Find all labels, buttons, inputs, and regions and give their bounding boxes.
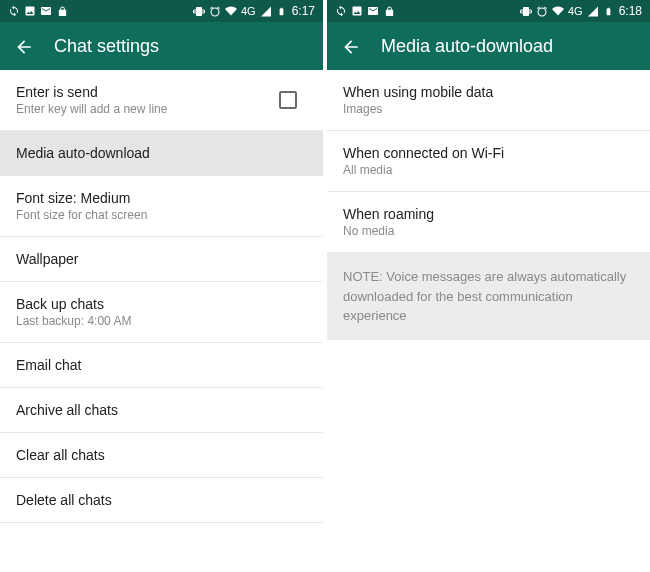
status-left (335, 5, 395, 17)
back-icon[interactable] (14, 37, 32, 55)
page-title: Chat settings (54, 36, 159, 57)
network-label: 4G (568, 5, 583, 17)
item-subtitle: Last backup: 4:00 AM (16, 314, 131, 328)
item-subtitle: Enter key will add a new line (16, 102, 167, 116)
mail-icon (40, 5, 52, 17)
alarm-icon (536, 5, 548, 17)
item-title: Media auto-download (16, 145, 150, 161)
status-right: 4G 6:18 (520, 4, 642, 18)
checkbox[interactable] (279, 91, 297, 109)
list-item-backup-chats[interactable]: Back up chats Last backup: 4:00 AM (0, 282, 323, 343)
item-title: Font size: Medium (16, 190, 147, 206)
lock-icon (383, 5, 395, 17)
back-icon[interactable] (341, 37, 359, 55)
status-bar: 4G 6:18 (327, 0, 650, 22)
battery-icon (276, 5, 288, 17)
network-label: 4G (241, 5, 256, 17)
sync-icon (8, 5, 20, 17)
list-item-roaming[interactable]: When roaming No media (327, 192, 650, 253)
app-bar: Media auto-download (327, 22, 650, 70)
item-title: Archive all chats (16, 402, 118, 418)
signal-icon (587, 5, 599, 17)
item-subtitle: Images (343, 102, 493, 116)
image-icon (24, 5, 36, 17)
list-item-wifi[interactable]: When connected on Wi-Fi All media (327, 131, 650, 192)
item-title: Delete all chats (16, 492, 112, 508)
clock-time: 6:17 (292, 4, 315, 18)
page-title: Media auto-download (381, 36, 553, 57)
note-box: NOTE: Voice messages are always automati… (327, 253, 650, 340)
media-auto-download-screen: 4G 6:18 Media auto-download When using m… (327, 0, 650, 572)
list-item-delete-all-chats[interactable]: Delete all chats (0, 478, 323, 523)
list-item-enter-is-send[interactable]: Enter is send Enter key will add a new l… (0, 70, 323, 131)
wifi-icon (552, 5, 564, 17)
mail-icon (367, 5, 379, 17)
list-item-font-size[interactable]: Font size: Medium Font size for chat scr… (0, 176, 323, 237)
settings-list: Enter is send Enter key will add a new l… (0, 70, 323, 572)
item-title: Wallpaper (16, 251, 79, 267)
app-bar: Chat settings (0, 22, 323, 70)
status-left (8, 5, 68, 17)
vibrate-icon (193, 5, 205, 17)
signal-icon (260, 5, 272, 17)
list-item-email-chat[interactable]: Email chat (0, 343, 323, 388)
item-title: Enter is send (16, 84, 167, 100)
battery-icon (603, 5, 615, 17)
lock-icon (56, 5, 68, 17)
item-title: Back up chats (16, 296, 131, 312)
sync-icon (335, 5, 347, 17)
alarm-icon (209, 5, 221, 17)
chat-settings-screen: 4G 6:17 Chat settings Enter is send Ente… (0, 0, 323, 572)
item-title: When roaming (343, 206, 434, 222)
item-title: Clear all chats (16, 447, 105, 463)
item-subtitle: All media (343, 163, 504, 177)
settings-list: When using mobile data Images When conne… (327, 70, 650, 572)
status-bar: 4G 6:17 (0, 0, 323, 22)
wifi-icon (225, 5, 237, 17)
item-subtitle: Font size for chat screen (16, 208, 147, 222)
vibrate-icon (520, 5, 532, 17)
list-item-wallpaper[interactable]: Wallpaper (0, 237, 323, 282)
clock-time: 6:18 (619, 4, 642, 18)
item-subtitle: No media (343, 224, 434, 238)
status-right: 4G 6:17 (193, 4, 315, 18)
list-item-clear-all-chats[interactable]: Clear all chats (0, 433, 323, 478)
list-item-archive-all-chats[interactable]: Archive all chats (0, 388, 323, 433)
image-icon (351, 5, 363, 17)
list-item-media-auto-download[interactable]: Media auto-download (0, 131, 323, 176)
item-title: When using mobile data (343, 84, 493, 100)
item-title: Email chat (16, 357, 81, 373)
item-title: When connected on Wi-Fi (343, 145, 504, 161)
list-item-mobile-data[interactable]: When using mobile data Images (327, 70, 650, 131)
